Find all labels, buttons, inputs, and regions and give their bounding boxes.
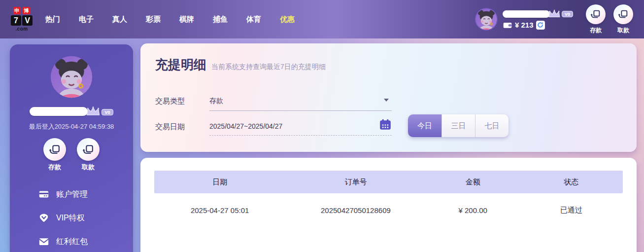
column-header-status: 状态 bbox=[520, 178, 623, 187]
deposit-icon bbox=[586, 4, 606, 24]
sidebar-withdraw-label: 取款 bbox=[82, 163, 95, 172]
sidebar-vip-level-badge: V0 bbox=[102, 109, 113, 115]
sidebar-vip-crown-icon bbox=[86, 106, 101, 117]
menu-item-sports[interactable]: 体育 bbox=[246, 15, 261, 24]
cell-date: 2025-04-27 05:01 bbox=[154, 206, 285, 215]
menu-item-live[interactable]: 真人 bbox=[112, 15, 127, 24]
logo-badge-bo: 博 bbox=[23, 7, 30, 14]
vip-level-badge: V0 bbox=[562, 11, 573, 17]
deposit-button[interactable]: 存款 bbox=[586, 4, 606, 35]
withdraw-icon bbox=[613, 4, 633, 24]
sidebar-deposit-label: 存款 bbox=[48, 163, 61, 172]
sidebar-actions: 存款 取款 bbox=[43, 138, 100, 172]
records-card: 日期 订单号 金额 状态 2025-04-27 05:01 2025042705… bbox=[140, 158, 637, 252]
top-nav: 申 博 7 V .com 热门 电子 真人 彩票 棋牌 捕鱼 体育 优惠 bbox=[0, 0, 644, 38]
vip-crown-icon bbox=[548, 9, 561, 19]
nav-balance-row: ¥ 213 bbox=[503, 20, 573, 30]
transaction-date-input[interactable]: 2025/04/27~2025/04/27 bbox=[209, 120, 392, 136]
range-today-button[interactable]: 今日 bbox=[408, 114, 441, 137]
calendar-icon bbox=[379, 118, 392, 131]
transaction-date-value: 2025/04/27~2025/04/27 bbox=[209, 122, 282, 130]
menu-item-chess[interactable]: 棋牌 bbox=[179, 15, 194, 24]
sidebar-menu: 账户管理 VIP特权 红利红包 bbox=[10, 182, 133, 252]
date-range-group: 今日 三日 七日 bbox=[408, 114, 508, 137]
menu-item-lottery[interactable]: 彩票 bbox=[146, 15, 161, 24]
cell-amount: ¥ 200.00 bbox=[426, 206, 520, 215]
sidebar-deposit-icon bbox=[43, 138, 66, 161]
column-header-order-number: 订单号 bbox=[285, 178, 426, 187]
sidebar-username-row: V0 bbox=[30, 106, 113, 116]
sidebar-item-label: VIP特权 bbox=[56, 213, 85, 223]
logo-tile-v: V bbox=[22, 15, 33, 26]
user-avatar[interactable] bbox=[475, 8, 498, 31]
withdraw-label: 取款 bbox=[617, 26, 629, 35]
transaction-type-value: 存款 bbox=[209, 97, 223, 105]
sidebar-item-vip-privileges[interactable]: VIP特权 bbox=[10, 206, 133, 230]
logo-tile-7: 7 bbox=[11, 15, 21, 26]
sidebar-deposit-button[interactable]: 存款 bbox=[43, 138, 66, 172]
red-packet-envelope-icon bbox=[38, 236, 49, 247]
menu-item-fishing[interactable]: 捕鱼 bbox=[213, 15, 228, 24]
main-menu: 热门 电子 真人 彩票 棋牌 捕鱼 体育 优惠 bbox=[45, 15, 295, 24]
page-title: 充提明细 bbox=[155, 56, 206, 73]
sidebar-item-account-management[interactable]: 账户管理 bbox=[10, 182, 133, 206]
range-seven-days-button[interactable]: 七日 bbox=[475, 114, 508, 137]
nav-user-cluster: V0 ¥ 213 bbox=[475, 8, 573, 31]
table-header-row: 日期 订单号 金额 状态 bbox=[154, 171, 623, 193]
menu-item-promos[interactable]: 优惠 bbox=[280, 15, 295, 24]
logo-badges: 申 博 bbox=[13, 7, 30, 14]
filter-card: 充提明细 当前系统支持查询最近7日的充提明细 交易类型 存款 交易日期 2025… bbox=[140, 43, 637, 152]
title-row: 充提明细 当前系统支持查询最近7日的充提明细 bbox=[140, 43, 637, 73]
last-login-text: 最后登入2025-04-27 04:59:38 bbox=[29, 122, 114, 131]
withdraw-button[interactable]: 取款 bbox=[613, 4, 633, 35]
sidebar-username-redacted bbox=[30, 107, 88, 116]
sidebar-user-avatar bbox=[50, 55, 93, 99]
transaction-date-row: 交易日期 2025/04/27~2025/04/27 bbox=[155, 120, 392, 136]
site-logo[interactable]: 申 博 7 V .com bbox=[11, 7, 33, 32]
sidebar-withdraw-icon bbox=[77, 138, 100, 161]
calendar-picker-button[interactable] bbox=[379, 118, 392, 133]
refresh-icon bbox=[537, 22, 543, 28]
transaction-type-select[interactable]: 存款 bbox=[209, 95, 392, 111]
nav-actions: 存款 取款 bbox=[586, 4, 633, 35]
bank-card-icon bbox=[38, 189, 49, 200]
cell-order-number: 20250427050128609 bbox=[285, 206, 426, 215]
range-three-days-button[interactable]: 三日 bbox=[441, 114, 475, 137]
nav-user-info: V0 ¥ 213 bbox=[503, 9, 573, 30]
logo-badge-shen: 申 bbox=[13, 7, 21, 14]
chevron-down-icon bbox=[384, 99, 389, 102]
refresh-balance-button[interactable] bbox=[536, 21, 545, 30]
column-header-date: 日期 bbox=[154, 178, 285, 187]
sidebar-item-label: 账户管理 bbox=[56, 189, 88, 200]
menu-item-slots[interactable]: 电子 bbox=[79, 15, 94, 24]
nav-username-row: V0 bbox=[503, 9, 573, 18]
sidebar-item-label: 红利红包 bbox=[56, 237, 88, 247]
transaction-date-label: 交易日期 bbox=[155, 120, 209, 132]
wallet-icon bbox=[503, 20, 512, 30]
records-table: 日期 订单号 金额 状态 2025-04-27 05:01 2025042705… bbox=[154, 171, 623, 227]
menu-item-hot[interactable]: 热门 bbox=[45, 15, 60, 24]
table-row: 2025-04-27 05:01 20250427050128609 ¥ 200… bbox=[154, 193, 623, 227]
sidebar-item-bonus-red-packet[interactable]: 红利红包 bbox=[10, 230, 133, 252]
sidebar-withdraw-button[interactable]: 取款 bbox=[77, 138, 100, 172]
transaction-type-label: 交易类型 bbox=[155, 95, 209, 106]
logo-com-text: .com bbox=[15, 26, 28, 32]
logo-7v: 7 V bbox=[11, 15, 33, 26]
column-header-amount: 金额 bbox=[426, 178, 520, 187]
username-redacted bbox=[503, 10, 550, 18]
sidebar: V0 最后登入2025-04-27 04:59:38 存款 取款 bbox=[10, 44, 133, 252]
transaction-type-row: 交易类型 存款 bbox=[155, 95, 392, 111]
page-subtitle: 当前系统支持查询最近7日的充提明细 bbox=[211, 63, 326, 72]
vip-shield-icon bbox=[38, 213, 49, 223]
balance-amount: ¥ 213 bbox=[515, 21, 534, 29]
deposit-label: 存款 bbox=[590, 26, 602, 35]
cell-status: 已通过 bbox=[520, 206, 623, 215]
